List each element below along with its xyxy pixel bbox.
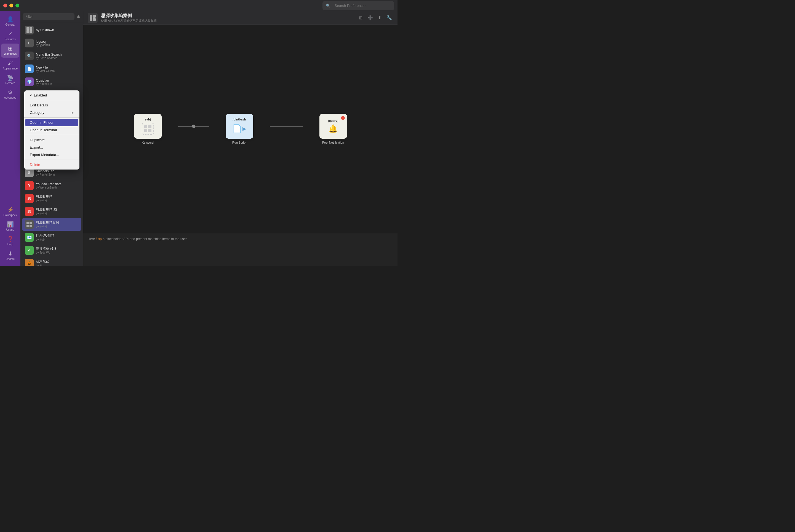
workflow-author: by Hause Lin — [36, 82, 79, 86]
list-item[interactable]: L logseq by @danzu — [22, 37, 81, 49]
context-menu-item-edit-details[interactable]: Edit Details — [24, 101, 79, 109]
canvas-action-debug[interactable]: 🔧 — [385, 14, 393, 21]
workflow-icon: 💎 — [25, 77, 34, 86]
workflows-label: Workflows — [4, 52, 17, 55]
enabled-check: ✓ Enabled — [30, 93, 47, 97]
context-menu-item-open-finder[interactable]: Open in Finder — [25, 119, 78, 126]
remote-label: Remote — [5, 81, 15, 84]
list-item[interactable]: 🔍 Menu Bar Search by Benzi Ahamed — [22, 50, 81, 62]
context-menu-item-export[interactable]: Export... — [24, 144, 79, 151]
context-menu-item-enabled[interactable]: ✓ Enabled — [24, 92, 79, 99]
list-item[interactable]: ✓ 滴答清单 v1.8 by Jedy Wu — [22, 244, 81, 256]
features-icon: ✓ — [8, 31, 13, 37]
context-menu-separator — [24, 117, 79, 118]
category-arrow-icon: ▶ — [72, 111, 74, 114]
workflow-icon: Y — [25, 181, 34, 190]
workflow-name: 思源收集箱案例 — [36, 220, 79, 225]
workflow-text: Obsidian by Hause Lin — [36, 79, 79, 86]
window-controls — [3, 4, 19, 7]
sidebar-item-advanced[interactable]: ⚙ Advanced — [1, 88, 19, 101]
node-script: /bin/bash 📄 ▶ Run Script — [226, 114, 253, 144]
node-notification-box[interactable]: {query} 🔔 — [319, 114, 347, 139]
update-label: Update — [6, 258, 15, 261]
workflow-name: 滴答清单 v1.8 — [36, 246, 79, 251]
nav-sidebar: 👤 General ✓ Features ⊞ Workflows 🖌 Appea… — [0, 11, 20, 266]
workflow-text: 思源收集箱案例 by 麦先生 — [36, 220, 79, 229]
workflow-name: 葫芦笔记 — [36, 259, 79, 264]
list-item[interactable]: 🎃 葫芦笔记 by 麦 — [22, 257, 81, 266]
workflow-name: 思源收集箱 JS — [36, 207, 79, 212]
sidebar-item-powerpack[interactable]: ⚡ Powerpack — [1, 205, 19, 219]
workflow-name: logseq — [36, 40, 79, 43]
canvas-action-gallery[interactable]: ⊞ — [358, 14, 364, 21]
node-notification-title: {query} — [328, 119, 338, 122]
canvas-action-add[interactable]: ➕ — [366, 14, 374, 21]
workflow-icon: ✓ — [25, 246, 34, 255]
minimize-button[interactable] — [10, 4, 13, 7]
workflow-author: by Jedy Wu — [36, 251, 79, 254]
workflow-author: by Benzi Ahamed — [36, 57, 79, 59]
usage-icon: 📊 — [7, 222, 14, 227]
powerpack-icon: ⚡ — [7, 207, 14, 212]
list-item[interactable]: 💎 Obsidian by Hause Lin — [22, 76, 81, 88]
workflow-icon — [25, 26, 34, 35]
list-item[interactable]: 📄 NewFile by Vitor Galvão — [22, 62, 81, 75]
workflow-canvas: 思源收集箱案例 使用 Afrd 快速发送笔记至思源笔记收集箱 ⊞ ➕ ⬆ 🔧 s… — [83, 11, 398, 266]
workflow-author: by 麦 — [36, 264, 79, 266]
remote-icon: 📡 — [7, 75, 14, 80]
canvas-workflow-icon — [88, 13, 98, 23]
workflow-text: 打开QQ邮箱 by 麦麦 — [36, 233, 79, 242]
canvas-action-share[interactable]: ⬆ — [377, 14, 383, 21]
context-menu-item-duplicate[interactable]: Duplicate — [24, 136, 79, 144]
list-item-active[interactable]: 思源收集箱案例 by 麦先生 — [22, 218, 81, 231]
close-button[interactable] — [3, 4, 7, 7]
context-menu-item-delete[interactable]: Delete — [24, 161, 79, 168]
sidebar-item-usage[interactable]: 📊 Usage — [1, 220, 19, 233]
context-menu-item-category[interactable]: Category ▶ — [24, 109, 79, 116]
workflow-author: by @danzu — [36, 43, 79, 46]
sidebar-item-remote[interactable]: 📡 Remote — [1, 73, 19, 87]
script-arrow-icon: ▶ — [242, 126, 246, 132]
list-item[interactable]: by Unknown — [22, 24, 81, 36]
list-item[interactable]: Y Youdao Translate by WensonSmith — [22, 179, 81, 192]
workflow-icon: 思 — [25, 194, 34, 203]
workflow-author: by Renfei Song — [36, 173, 79, 176]
workflow-text: 滴答清单 v1.8 by Jedy Wu — [36, 246, 79, 254]
node-keyword-title: sybj — [145, 118, 151, 121]
sidebar-item-help[interactable]: ❓ Help — [1, 234, 19, 248]
canvas-header: 思源收集箱案例 使用 Afrd 快速发送笔记至思源笔记收集箱 ⊞ ➕ ⬆ 🔧 — [83, 11, 398, 25]
context-menu-item-export-metadata[interactable]: Export Metadata... — [24, 151, 79, 158]
workflow-name: by Unknown — [36, 28, 79, 32]
script-document-icon: 📄 — [232, 124, 242, 133]
context-menu-item-open-terminal[interactable]: Open in Terminal — [24, 126, 79, 134]
maximize-button[interactable] — [16, 4, 19, 7]
workflow-icon: L — [25, 39, 34, 48]
filter-options-button[interactable]: ⊕ — [76, 14, 81, 20]
code-snippet: imp — [96, 237, 102, 241]
workflow-text: Youdao Translate by WensonSmith — [36, 182, 79, 189]
usage-label: Usage — [6, 228, 14, 231]
sidebar-item-workflows[interactable]: ⊞ Workflows — [1, 43, 19, 58]
sidebar-item-update[interactable]: ⬇ Update — [1, 249, 19, 263]
title-bar-search-container: 🔍 — [322, 1, 394, 10]
context-menu-separator — [24, 135, 79, 135]
workflow-name: SnippetsLab — [36, 169, 79, 173]
workflow-author: by 麦先生 — [36, 199, 79, 203]
node-keyword-box[interactable]: sybj — [134, 114, 162, 139]
sidebar-item-appearance[interactable]: 🖌 Appearance — [1, 58, 19, 72]
node-keyword-label: Keyword — [142, 141, 154, 144]
list-item[interactable]: 思 思源收集箱 by 麦先生 — [22, 192, 81, 205]
sidebar-item-features[interactable]: ✓ Features — [1, 29, 19, 43]
list-item[interactable]: 思 思源收集箱 JS by 麦先生 — [22, 205, 81, 218]
workflow-icon: 🔍 — [25, 52, 34, 60]
context-menu-separator — [24, 100, 79, 100]
nodes-area: sybj Keyword — [83, 25, 398, 233]
search-preferences-input[interactable] — [332, 2, 391, 9]
features-label: Features — [5, 38, 16, 41]
sidebar-item-general[interactable]: 👤 General — [1, 14, 19, 28]
filter-input[interactable] — [23, 13, 74, 20]
list-item[interactable]: 📧 打开QQ邮箱 by 麦麦 — [22, 231, 81, 244]
node-script-box[interactable]: /bin/bash 📄 ▶ — [226, 114, 253, 139]
connector-line — [178, 126, 192, 127]
advanced-label: Advanced — [4, 96, 16, 99]
